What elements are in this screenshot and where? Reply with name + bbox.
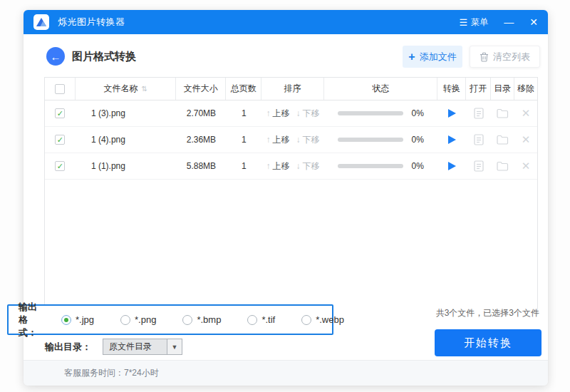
down-arrow-icon: ↓ bbox=[296, 108, 301, 118]
page-title: 图片格式转换 bbox=[72, 50, 136, 63]
output-format-panel: 输出格式： *.jpg *.png *.bmp *.tif *.webp bbox=[7, 304, 333, 335]
move-up-button[interactable]: 上移 bbox=[273, 108, 290, 120]
row-checkbox[interactable]: ✓ bbox=[55, 108, 65, 118]
file-table: 文件名称 ⇅ 文件大小 总页数 排序 状态 转换 打开 目录 移除 ✓ 1 (3… bbox=[44, 77, 538, 315]
plus-icon: + bbox=[408, 51, 415, 63]
move-up-button[interactable]: 上移 bbox=[273, 160, 290, 172]
row-checkbox[interactable]: ✓ bbox=[55, 135, 65, 145]
up-arrow-icon: ↑ bbox=[266, 135, 271, 145]
output-directory-value: 原文件目录 bbox=[103, 339, 167, 354]
add-files-label: 添加文件 bbox=[420, 51, 457, 63]
sort-icon: ⇅ bbox=[141, 85, 147, 93]
back-button[interactable]: ← bbox=[46, 47, 65, 66]
row-checkbox[interactable]: ✓ bbox=[55, 161, 65, 171]
output-format-label: 输出格式： bbox=[19, 301, 37, 339]
column-header-remove: 移除 bbox=[514, 78, 537, 100]
file-name: 1 (1).png bbox=[76, 161, 177, 171]
clear-list-label: 清空列表 bbox=[493, 51, 530, 63]
start-convert-button[interactable]: 开始转换 bbox=[435, 329, 542, 356]
radio-icon bbox=[182, 315, 192, 325]
progress-percent: 0% bbox=[411, 161, 423, 171]
back-arrow-icon: ← bbox=[51, 51, 61, 63]
column-header-filename[interactable]: 文件名称 ⇅ bbox=[76, 78, 177, 100]
move-up-button[interactable]: 上移 bbox=[273, 134, 290, 146]
add-files-button[interactable]: + 添加文件 bbox=[403, 46, 462, 68]
folder-icon[interactable] bbox=[497, 108, 509, 118]
convert-play-button[interactable] bbox=[448, 135, 456, 144]
column-header-pages: 总页数 bbox=[226, 78, 261, 100]
radio-icon bbox=[301, 315, 311, 325]
file-count-summary: 共3个文件，已选择3个文件 bbox=[436, 307, 539, 319]
open-file-icon[interactable] bbox=[474, 160, 484, 172]
hamburger-icon: ☰ bbox=[460, 17, 468, 28]
move-down-button[interactable]: 下移 bbox=[303, 134, 320, 146]
remove-button[interactable]: ✕ bbox=[522, 160, 531, 172]
file-size: 5.88MB bbox=[177, 161, 227, 171]
table-row: ✓ 1 (4).png 2.36MB 1 ↑ 上移 ↓ 下移 0% ✕ bbox=[45, 127, 537, 153]
column-header-dir: 目录 bbox=[491, 78, 514, 100]
table-body: ✓ 1 (3).png 2.70MB 1 ↑ 上移 ↓ 下移 0% ✕ ✓ 1 … bbox=[45, 100, 537, 180]
folder-icon[interactable] bbox=[497, 161, 509, 171]
progress-bar bbox=[338, 164, 403, 168]
dropdown-arrow-icon: ▼ bbox=[167, 339, 182, 354]
file-name: 1 (3).png bbox=[76, 108, 177, 118]
progress-percent: 0% bbox=[411, 135, 423, 145]
page-count: 1 bbox=[226, 135, 261, 145]
progress-bar bbox=[338, 138, 403, 142]
clear-list-button[interactable]: 清空列表 bbox=[470, 46, 540, 68]
move-down-button[interactable]: 下移 bbox=[303, 108, 320, 120]
table-header-row: 文件名称 ⇅ 文件大小 总页数 排序 状态 转换 打开 目录 移除 bbox=[45, 78, 537, 100]
footer-bar: 客服服务时间：7*24小时 bbox=[24, 360, 548, 386]
menu-label: 菜单 bbox=[471, 16, 488, 29]
remove-button[interactable]: ✕ bbox=[522, 107, 531, 120]
titlebar: 烁光图片转换器 ☰ 菜单 — ✕ bbox=[24, 10, 548, 34]
output-directory-row: 输出目录： 原文件目录 ▼ bbox=[45, 339, 182, 355]
trash-icon bbox=[480, 52, 489, 62]
file-name: 1 (4).png bbox=[76, 135, 177, 145]
remove-button[interactable]: ✕ bbox=[522, 133, 531, 146]
minimize-button[interactable]: — bbox=[504, 17, 514, 27]
column-header-open: 打开 bbox=[466, 78, 491, 100]
down-arrow-icon: ↓ bbox=[296, 161, 301, 171]
up-arrow-icon: ↑ bbox=[266, 161, 271, 171]
app-title: 烁光图片转换器 bbox=[58, 16, 125, 29]
radio-option-png[interactable]: *.png bbox=[120, 314, 156, 325]
radio-option-webp[interactable]: *.webp bbox=[301, 314, 344, 325]
page-count: 1 bbox=[226, 161, 261, 171]
open-file-icon[interactable] bbox=[474, 134, 484, 145]
output-directory-label: 输出目录： bbox=[45, 341, 91, 354]
progress-percent: 0% bbox=[411, 108, 423, 118]
table-row: ✓ 1 (3).png 2.70MB 1 ↑ 上移 ↓ 下移 0% ✕ bbox=[45, 100, 537, 127]
service-hours-text: 客服服务时间：7*24小时 bbox=[64, 367, 159, 379]
radio-option-tif[interactable]: *.tif bbox=[247, 314, 275, 325]
output-directory-select[interactable]: 原文件目录 ▼ bbox=[103, 339, 182, 355]
radio-icon bbox=[61, 315, 71, 325]
column-header-convert: 转换 bbox=[437, 78, 466, 100]
page-header: ← 图片格式转换 + 添加文件 清空列表 bbox=[24, 44, 548, 71]
open-file-icon[interactable] bbox=[474, 108, 484, 119]
progress-bar bbox=[338, 111, 403, 115]
menu-button[interactable]: ☰ 菜单 bbox=[460, 16, 489, 29]
radio-option-bmp[interactable]: *.bmp bbox=[182, 314, 221, 325]
page-count: 1 bbox=[226, 108, 261, 118]
column-header-filesize: 文件大小 bbox=[176, 78, 226, 100]
file-size: 2.36MB bbox=[177, 135, 227, 145]
convert-play-button[interactable] bbox=[448, 162, 456, 170]
up-arrow-icon: ↑ bbox=[266, 108, 271, 118]
table-row: ✓ 1 (1).png 5.88MB 1 ↑ 上移 ↓ 下移 0% ✕ bbox=[45, 153, 537, 180]
radio-option-jpg[interactable]: *.jpg bbox=[61, 314, 94, 325]
column-header-status: 状态 bbox=[324, 78, 438, 100]
down-arrow-icon: ↓ bbox=[296, 135, 301, 145]
app-logo-icon bbox=[33, 14, 49, 30]
column-header-order: 排序 bbox=[261, 78, 324, 100]
folder-icon[interactable] bbox=[497, 135, 509, 145]
move-down-button[interactable]: 下移 bbox=[303, 160, 320, 172]
file-size: 2.70MB bbox=[177, 108, 227, 118]
convert-play-button[interactable] bbox=[448, 109, 456, 118]
select-all-checkbox[interactable] bbox=[55, 84, 65, 94]
radio-icon bbox=[120, 315, 130, 325]
radio-icon bbox=[247, 315, 257, 325]
close-button[interactable]: ✕ bbox=[529, 17, 538, 27]
